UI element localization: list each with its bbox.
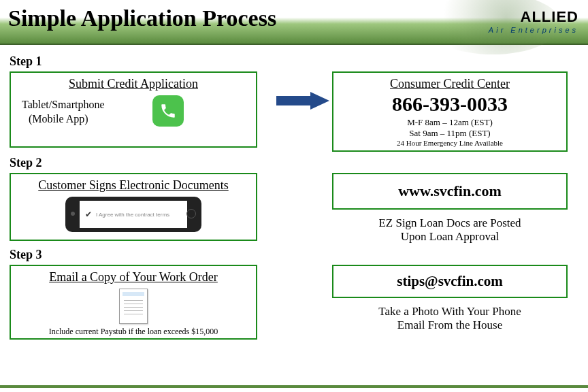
paystub-footnote: Include current Paystub if the loan exce… bbox=[18, 327, 249, 337]
logo-main-text: ALLIED bbox=[489, 8, 578, 26]
phone-number: 866-393-0033 bbox=[340, 93, 559, 116]
phone-handset-icon bbox=[159, 102, 177, 120]
step1-left-title: Submit Credit Application bbox=[18, 77, 249, 91]
logo-sub-text: Air Enterprises bbox=[489, 26, 578, 34]
document-icon bbox=[119, 289, 148, 324]
allied-logo: ALLIED Air Enterprises bbox=[489, 8, 578, 34]
step3-row: Email a Copy of Your Work Order Include … bbox=[10, 265, 578, 340]
page-title: Simple Application Process bbox=[8, 5, 276, 31]
header-bar: Simple Application Process ALLIED Air En… bbox=[0, 0, 588, 45]
arrow-icon bbox=[276, 91, 331, 111]
step2-left-box: Customer Signs Electronic Documents ✔ I … bbox=[10, 173, 257, 241]
step1-left-box: Submit Credit Application Tablet/Smartph… bbox=[10, 71, 257, 148]
website-url: www.svcfin.com bbox=[340, 182, 559, 200]
step2-right-group: www.svcfin.com EZ Sign Loan Docs are Pos… bbox=[332, 173, 568, 244]
tablet-mockup-icon: ✔ I Agree with the contract terms bbox=[65, 197, 201, 232]
hours-saturday: Sat 9am – 11pm (EST) bbox=[340, 128, 559, 139]
step3-left-title: Email a Copy of Your Work Order bbox=[18, 270, 249, 284]
step2-label: Step 2 bbox=[10, 156, 578, 170]
step2-note: EZ Sign Loan Docs are Posted Upon Loan A… bbox=[332, 216, 568, 244]
footer-accent-bar bbox=[0, 385, 588, 388]
email-address: stips@svcfin.com bbox=[340, 273, 559, 290]
step1-right-box: Consumer Credit Center 866-393-0033 M-F … bbox=[332, 71, 568, 152]
tablet-screen: ✔ I Agree with the contract terms bbox=[80, 201, 187, 228]
step3-right-group: stips@svcfin.com Take a Photo With Your … bbox=[332, 265, 568, 332]
consumer-credit-title: Consumer Credit Center bbox=[340, 77, 559, 91]
agree-text: I Agree with the contract terms bbox=[96, 212, 169, 218]
checkmark-icon: ✔ bbox=[85, 210, 92, 219]
step2-row: Customer Signs Electronic Documents ✔ I … bbox=[10, 173, 578, 244]
step2-website-box: www.svcfin.com bbox=[332, 173, 568, 210]
content-area: Step 1 Submit Credit Application Tablet/… bbox=[0, 45, 588, 340]
mobile-app-label: Tablet/Smartphone (Mobile App) bbox=[22, 98, 105, 127]
svg-marker-0 bbox=[276, 92, 329, 110]
emergency-line-note: 24 Hour Emergency Line Available bbox=[340, 139, 559, 147]
step3-label: Step 3 bbox=[10, 248, 578, 262]
hours-weekday: M-F 8am – 12am (EST) bbox=[340, 117, 559, 128]
step1-row: Submit Credit Application Tablet/Smartph… bbox=[10, 71, 578, 152]
step1-label: Step 1 bbox=[10, 54, 578, 69]
phone-icon bbox=[152, 95, 184, 127]
step3-left-box: Email a Copy of Your Work Order Include … bbox=[10, 265, 257, 340]
step3-note: Take a Photo With Your Phone Email From … bbox=[332, 305, 568, 332]
step2-left-title: Customer Signs Electronic Documents bbox=[18, 178, 249, 193]
step3-email-box: stips@svcfin.com bbox=[332, 265, 568, 298]
